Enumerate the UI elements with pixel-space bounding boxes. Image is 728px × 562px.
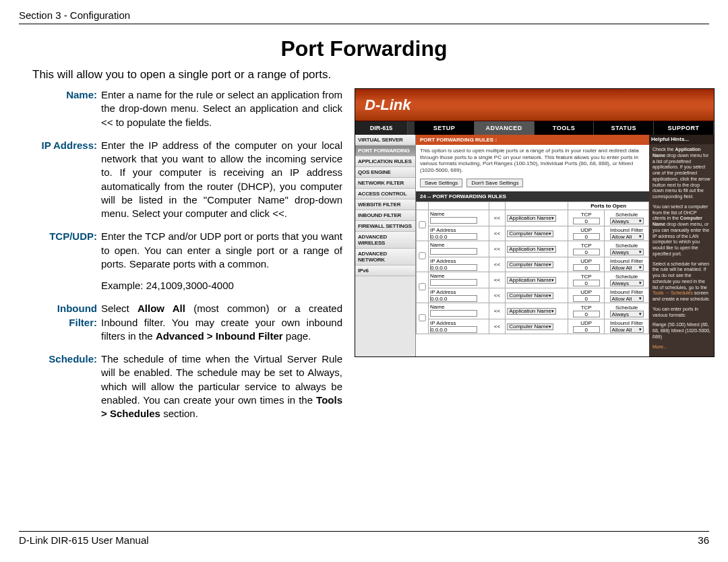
model-badge: DIR-615 — [355, 121, 408, 135]
rules-table: Ports to Open Name<<Application Name ▾TC… — [416, 201, 649, 334]
schedule-select[interactable]: Always ▾ — [610, 280, 644, 286]
tcp-port-input[interactable]: 0 — [573, 218, 600, 224]
inbound-filter-select[interactable]: Allow All ▾ — [610, 295, 644, 302]
tab-support[interactable]: SUPPORT — [654, 121, 714, 135]
computer-name-select[interactable]: Computer Name ▾ — [507, 323, 553, 330]
page-title: Port Forwarding — [19, 36, 709, 61]
def-name-body: Enter a name for the rule or select an a… — [101, 88, 342, 129]
ip-input[interactable]: 0.0.0.0 — [430, 295, 477, 302]
tcp-port-input[interactable]: 0 — [573, 280, 600, 286]
sidebar-item-firewall-settings[interactable]: FIREWALL SETTINGS — [355, 221, 415, 232]
router-center: PORT FORWARDING RULES : This option is u… — [416, 135, 649, 356]
col-ports-to-open: Ports to Open — [568, 202, 649, 210]
tcp-port-input[interactable]: 0 — [573, 249, 600, 255]
tab-tools[interactable]: TOOLS — [535, 121, 595, 135]
dont-save-settings-button[interactable]: Don't Save Settings — [466, 179, 523, 187]
copy-app-button[interactable]: << — [492, 215, 502, 221]
inbound-filter-select[interactable]: Allow All ▾ — [610, 233, 644, 240]
application-name-select[interactable]: Application Name ▾ — [507, 215, 556, 222]
ip-input[interactable]: 0.0.0.0 — [430, 326, 477, 333]
schedule-select[interactable]: Always ▾ — [610, 311, 644, 317]
copy-computer-button[interactable]: << — [492, 261, 502, 268]
sidebar-item-advanced-network[interactable]: ADVANCED NETWORK — [355, 249, 415, 266]
tcp-cell: TCP0 — [568, 210, 605, 226]
inbound-filter-select[interactable]: Allow All ▾ — [610, 326, 644, 333]
row-name-label: Name — [429, 303, 489, 319]
row-name-label: Name — [429, 272, 489, 288]
copy-app-button[interactable]: << — [492, 246, 502, 252]
router-sidebar: VIRTUAL SERVER PORT FORWARDING APPLICATI… — [355, 135, 416, 356]
name-input[interactable] — [430, 248, 477, 255]
row-ip-label: IP Address0.0.0.0 — [429, 319, 489, 334]
sidebar-item-network-filter[interactable]: NETWORK FILTER — [355, 178, 415, 189]
tab-status[interactable]: STATUS — [594, 121, 654, 135]
name-input[interactable] — [430, 217, 477, 224]
tab-advanced[interactable]: ADVANCED — [475, 121, 535, 135]
footer-manual: D-Link DIR-615 User Manual — [19, 534, 149, 546]
rule-enable-checkbox[interactable] — [419, 222, 425, 228]
application-name-select[interactable]: Application Name ▾ — [507, 246, 556, 253]
ip-input[interactable]: 0.0.0.0 — [430, 233, 477, 240]
footer-page-number: 36 — [698, 534, 709, 546]
sidebar-item-advanced-wireless[interactable]: ADVANCED WIRELESS — [355, 232, 415, 249]
computer-name-select[interactable]: Computer Name ▾ — [507, 261, 553, 268]
t: Select a schedule for when the rule will… — [653, 261, 709, 290]
computer-name-select[interactable]: Computer Name ▾ — [507, 230, 553, 237]
sidebar-item-website-filter[interactable]: WEBSITE FILTER — [355, 199, 415, 210]
computer-name-select[interactable]: Computer Name ▾ — [507, 292, 553, 299]
sidebar-item-virtual-server[interactable]: VIRTUAL SERVER — [355, 135, 415, 146]
copy-app-button[interactable]: << — [492, 277, 502, 283]
schedule-cell: ScheduleAlways ▾ — [605, 241, 649, 257]
def-schedule-body: The schedule of time when the Virtual Se… — [101, 352, 342, 420]
rule-enable-checkbox[interactable] — [419, 253, 425, 259]
sidebar-item-application-rules[interactable]: APPLICATION RULES — [355, 156, 415, 167]
copy-computer-button[interactable]: << — [492, 230, 502, 237]
sidebar-item-ipv6[interactable]: IPv6 — [355, 266, 415, 276]
tcp-port-input[interactable]: 0 — [573, 311, 600, 317]
hints-more-link[interactable]: More... — [653, 344, 667, 349]
t: page. — [283, 330, 311, 342]
rule-enable-checkbox[interactable] — [419, 315, 425, 321]
inbound-cell: Inbound FilterAllow All ▾ — [605, 319, 649, 334]
def-inbound-body: Select Allow All (most common) or a crea… — [101, 302, 342, 343]
ip-input[interactable]: 0.0.0.0 — [430, 264, 477, 271]
def-inbound-label: Inbound Filter: — [32, 302, 101, 343]
name-input[interactable] — [430, 310, 477, 317]
sidebar-item-port-forwarding[interactable]: PORT FORWARDING — [355, 146, 415, 156]
tab-setup[interactable]: SETUP — [415, 121, 475, 135]
t: section. — [160, 408, 198, 419]
sidebar-item-inbound-filter[interactable]: INBOUND FILTER — [355, 210, 415, 221]
udp-port-input[interactable]: 0 — [573, 326, 600, 333]
def-schedule-label: Schedule: — [32, 352, 101, 420]
section-header: Section 3 - Configuration — [19, 9, 709, 24]
t: Range (50-100) Mixed (80, 68, 888) Mixed… — [653, 322, 710, 339]
application-name-select[interactable]: Application Name ▾ — [507, 277, 556, 284]
t: Advanced > Inbound Filter — [156, 330, 283, 342]
rule-enable-checkbox[interactable] — [419, 284, 425, 290]
save-settings-button[interactable]: Save Settings — [420, 179, 462, 187]
hints-title: Helpful Hints... — [649, 135, 714, 144]
udp-port-input[interactable]: 0 — [573, 295, 600, 302]
copy-app-button[interactable]: << — [492, 308, 502, 314]
schedule-cell: ScheduleAlways ▾ — [605, 210, 649, 226]
copy-computer-button[interactable]: << — [492, 292, 502, 299]
sidebar-item-qos-engine[interactable]: QOS ENGINE — [355, 167, 415, 178]
udp-cell: UDP0 — [568, 257, 605, 272]
udp-port-input[interactable]: 0 — [573, 264, 600, 271]
inbound-filter-select[interactable]: Allow All ▾ — [610, 264, 644, 271]
rules-count-bar: 24 -- PORT FORWARDING RULES — [416, 191, 649, 201]
rules-description: This option is used to open multiple por… — [416, 145, 649, 177]
udp-cell: UDP0 — [568, 226, 605, 241]
dlink-logo: D-Link — [365, 96, 411, 114]
def-tcpudp-example: Example: 24,1009,3000-4000 — [101, 279, 342, 292]
schedule-select[interactable]: Always ▾ — [610, 249, 644, 255]
row-ip-label: IP Address0.0.0.0 — [429, 226, 489, 241]
def-name-label: Name: — [32, 88, 101, 129]
name-input[interactable] — [430, 279, 477, 286]
inbound-cell: Inbound FilterAllow All ▾ — [605, 226, 649, 241]
sidebar-item-access-control[interactable]: ACCESS CONTROL — [355, 189, 415, 199]
schedule-select[interactable]: Always ▾ — [610, 218, 644, 224]
application-name-select[interactable]: Application Name ▾ — [507, 308, 556, 315]
udp-port-input[interactable]: 0 — [573, 233, 600, 240]
copy-computer-button[interactable]: << — [492, 323, 502, 330]
